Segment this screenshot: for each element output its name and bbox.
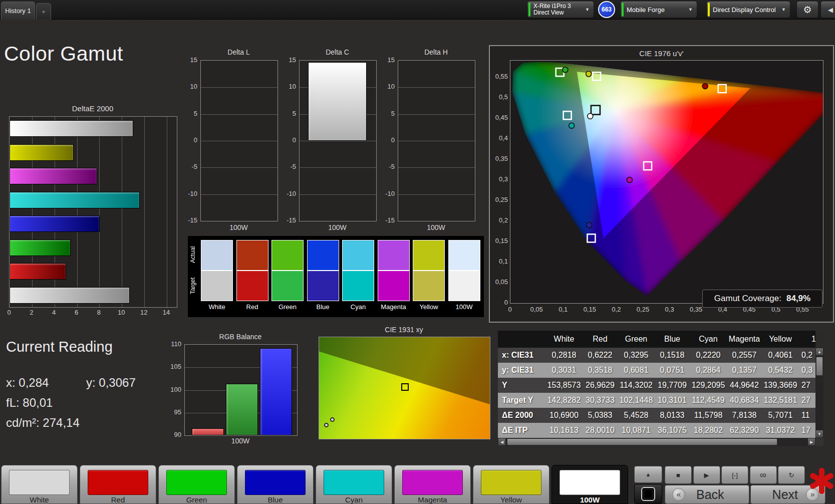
gridline bbox=[300, 167, 376, 168]
pattern-up-button[interactable]: ▲ bbox=[634, 466, 662, 483]
gamut-coverage-readout: Gamut Coverage: 84,9% bbox=[702, 290, 822, 308]
patch-button-magenta[interactable]: Magenta bbox=[394, 465, 471, 504]
scroll-down-button[interactable]: ▼ bbox=[815, 430, 823, 438]
actual-target-swatch-panel: Actual Target WhiteRedGreenBlueCyanMagen… bbox=[188, 236, 484, 317]
swatch-target-magenta bbox=[378, 271, 410, 301]
meter-dropdown[interactable]: X-Rite i1Pro 3 Direct View ▼ bbox=[527, 1, 594, 18]
y-tick-label: 95 bbox=[165, 408, 181, 416]
delta-chart-title: Delta H bbox=[398, 48, 474, 56]
back-button[interactable]: « Back bbox=[665, 485, 749, 504]
y-tick-label: 0,1 bbox=[491, 258, 508, 265]
workflow-status-stripe bbox=[708, 3, 710, 17]
table-cell: 139,3669 bbox=[762, 378, 798, 393]
patch-button-cyan[interactable]: Cyan bbox=[316, 465, 392, 504]
swatch-target-100w bbox=[448, 271, 480, 301]
y-tick-label: -15 bbox=[281, 216, 296, 224]
table-row-label: y: CIE31 bbox=[498, 363, 546, 378]
table-cell: 19,7709 bbox=[654, 378, 690, 393]
table-cell: 0,6222 bbox=[582, 348, 618, 363]
deltae-bar-yellow bbox=[10, 144, 74, 161]
cie1931-chart[interactable] bbox=[319, 337, 490, 439]
transport-loop-button[interactable]: ↻ bbox=[778, 466, 805, 484]
patch-swatch bbox=[560, 470, 620, 495]
tab-history-label: History 1 bbox=[5, 7, 31, 15]
scroll-up-button[interactable]: ▲ bbox=[815, 348, 823, 356]
transport-play-button[interactable]: ▶ bbox=[693, 466, 720, 484]
workflow-dropdown[interactable]: Direct Display Control ▼ bbox=[706, 1, 790, 18]
workflow-dropdown-label: Direct Display Control bbox=[713, 7, 777, 13]
table-vscroll-thumb[interactable] bbox=[816, 357, 823, 376]
swatch-actual-blue bbox=[307, 240, 339, 271]
swatch-actual-yellow bbox=[413, 240, 445, 271]
table-header-cyan: Cyan bbox=[690, 331, 726, 348]
gridline bbox=[398, 87, 475, 88]
page-title: Color Gamut bbox=[4, 42, 123, 66]
scroll-right-button[interactable]: ▶ bbox=[807, 438, 815, 446]
y-tick-label: 10 bbox=[380, 83, 395, 90]
patch-button-100w[interactable]: 100W bbox=[551, 465, 628, 504]
delta-chart-delta-c bbox=[299, 60, 377, 221]
table-cell: 5,0383 bbox=[582, 408, 618, 423]
table-header-white: White bbox=[546, 331, 582, 348]
gridline bbox=[398, 114, 475, 115]
rgb-balance-x-label: 100W bbox=[184, 437, 297, 445]
new-tab-button[interactable]: + bbox=[36, 3, 51, 20]
gridline bbox=[201, 87, 277, 88]
table-cell-partial: 27 bbox=[798, 378, 815, 393]
pattern-window-button[interactable] bbox=[634, 484, 662, 504]
settings-button[interactable]: ⚙ bbox=[796, 1, 818, 18]
x-tick-label: 4 bbox=[48, 309, 60, 316]
patch-button-label: Blue bbox=[237, 495, 313, 504]
gamut-coverage-label: Gamut Coverage: bbox=[714, 294, 781, 304]
table-cell: 0,3031 bbox=[546, 363, 582, 378]
swatch-actual-white bbox=[201, 240, 233, 271]
swatch-label: Green bbox=[271, 303, 304, 311]
patch-button-yellow[interactable]: Yellow bbox=[473, 465, 549, 504]
reading-x: x: 0,284 bbox=[6, 376, 49, 390]
y-tick-label: 0 bbox=[380, 136, 395, 144]
y-tick-label: 0 bbox=[281, 136, 296, 144]
table-hscroll-thumb[interactable] bbox=[507, 438, 777, 445]
y-tick-label: 0,4 bbox=[491, 134, 508, 142]
measured-marker bbox=[324, 423, 329, 427]
x-tick-label: 6 bbox=[71, 309, 83, 316]
patch-button-green[interactable]: Green bbox=[158, 465, 235, 504]
x-tick-label: 0,1 bbox=[553, 306, 573, 313]
patch-swatch bbox=[88, 470, 148, 495]
x-tick-label: 0,3 bbox=[660, 306, 680, 313]
deltae-bar-100w bbox=[10, 120, 133, 137]
swatch-actual-magenta bbox=[378, 240, 410, 271]
next-button-label: Next bbox=[772, 487, 798, 502]
table-cell: 153,8573 bbox=[546, 378, 582, 393]
cie1931-title: CIE 1931 xy bbox=[319, 326, 489, 334]
table-cell: 0,2864 bbox=[690, 363, 726, 378]
loop-icon: ↻ bbox=[789, 471, 794, 479]
scroll-left-button[interactable]: ◀ bbox=[498, 438, 506, 446]
patch-button-white[interactable]: White bbox=[1, 465, 78, 504]
meter-count-badge[interactable]: 663 bbox=[598, 1, 615, 18]
x-tick-label: 2 bbox=[26, 309, 38, 316]
y-tick-label: 0,05 bbox=[491, 278, 508, 286]
source-dropdown[interactable]: Mobile Forge ▼ bbox=[620, 1, 697, 18]
table-row-label: Target Y bbox=[498, 393, 546, 408]
y-tick-label: 0,3 bbox=[491, 175, 508, 183]
gear-icon: ⚙ bbox=[803, 4, 811, 16]
transport-step-button[interactable]: [-] bbox=[721, 466, 748, 484]
y-tick-label: -10 bbox=[380, 190, 395, 197]
transport-stop-button[interactable]: ■ bbox=[665, 466, 692, 484]
source-dropdown-label: Mobile Forge bbox=[627, 7, 684, 13]
target-row-label: Target bbox=[189, 270, 197, 301]
gridline bbox=[167, 117, 167, 307]
patch-button-blue[interactable]: Blue bbox=[237, 465, 314, 504]
tab-history[interactable]: History 1 bbox=[1, 2, 35, 20]
table-cell: 7,8138 bbox=[726, 408, 762, 423]
gridline bbox=[300, 194, 376, 195]
cie1976-chart[interactable] bbox=[510, 60, 823, 304]
collapse-panel-button[interactable]: ◀ bbox=[820, 1, 835, 18]
y-tick-label: 0 bbox=[491, 299, 508, 306]
chevrons-left-icon: « bbox=[672, 488, 685, 501]
transport-infinity-button[interactable]: ∞ bbox=[750, 466, 777, 484]
patch-swatch bbox=[402, 470, 463, 495]
gridline bbox=[201, 167, 277, 168]
patch-button-red[interactable]: Red bbox=[80, 465, 156, 504]
